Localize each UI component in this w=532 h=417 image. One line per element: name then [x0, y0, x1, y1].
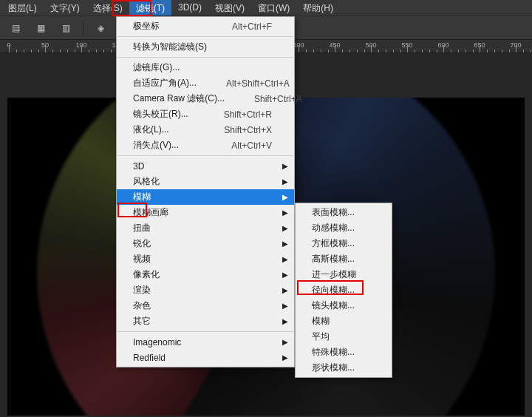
filter-menu-item[interactable]: 杂色▶: [117, 298, 294, 313]
ruler-subtick: [415, 50, 415, 52]
ruler-subtick: [400, 50, 401, 52]
blur-submenu-item[interactable]: 高斯模糊...: [296, 251, 392, 267]
ruler-subtick: [111, 50, 112, 52]
filter-menu-item[interactable]: 风格化▶: [117, 174, 294, 189]
filter-menu-item[interactable]: 视频▶: [117, 251, 294, 267]
menu-item-label: 其它: [133, 315, 151, 328]
filter-menu-item[interactable]: Redfield▶: [117, 350, 294, 365]
menu-separator: [117, 155, 293, 156]
filter-menu-item[interactable]: 极坐标Alt+Ctrl+F: [117, 18, 294, 34]
menu-item-6[interactable]: 窗口(W): [251, 0, 296, 16]
menu-item-7[interactable]: 帮助(H): [296, 0, 340, 16]
ruler-subtick: [429, 50, 430, 52]
menu-item-label: 扭曲: [133, 222, 151, 234]
blur-submenu-item[interactable]: 形状模糊...: [296, 360, 392, 376]
ruler-subtick: [494, 50, 495, 52]
menu-item-label: 径向模糊...: [312, 284, 355, 296]
ruler-label: 600: [437, 41, 449, 49]
align-center-icon[interactable]: ▦: [33, 20, 49, 36]
ruler-subtick: [321, 50, 321, 52]
menu-item-shortcut: Alt+Ctrl+F: [202, 21, 272, 32]
blur-submenu: 表面模糊...动感模糊...方框模糊...高斯模糊...进一步模糊径向模糊...…: [295, 203, 392, 378]
align-left-icon[interactable]: ▤: [7, 20, 24, 36]
3d-icon[interactable]: ◈: [92, 20, 109, 36]
menu-item-label: 动感模糊...: [312, 222, 355, 234]
menu-separator: [117, 57, 293, 58]
blur-submenu-item[interactable]: 进一步模糊: [296, 267, 392, 282]
menu-item-shortcut: Alt+Ctrl+V: [202, 140, 272, 151]
blur-submenu-item[interactable]: 模糊: [296, 313, 392, 329]
ruler-subtick: [24, 50, 24, 52]
menu-item-label: 渲染: [133, 284, 151, 296]
blur-submenu-item[interactable]: 表面模糊...: [296, 205, 392, 220]
menu-item-label: 锐化: [133, 237, 151, 250]
filter-menu-item[interactable]: 模糊画廊▶: [117, 205, 294, 220]
menu-item-3[interactable]: 滤镜(T): [129, 0, 171, 16]
filter-menu-item[interactable]: 消失点(V)...Alt+Ctrl+V: [117, 138, 294, 153]
filter-menu-item[interactable]: 自适应广角(A)...Alt+Shift+Ctrl+A: [117, 75, 294, 91]
submenu-arrow-icon: ▶: [282, 224, 288, 232]
blur-submenu-item[interactable]: 径向模糊...: [296, 282, 392, 298]
filter-menu-item[interactable]: 像素化▶: [117, 267, 294, 282]
menu-item-2[interactable]: 选择(S): [86, 0, 129, 16]
ruler-label: 700: [510, 41, 521, 49]
align-right-icon[interactable]: ▥: [58, 20, 74, 36]
filter-menu-item[interactable]: 镜头校正(R)...Shift+Ctrl+R: [117, 106, 294, 122]
ruler-subtick: [378, 50, 379, 52]
menu-item-5[interactable]: 视图(V): [208, 0, 251, 16]
menu-separator: [117, 331, 293, 332]
filter-menu-dropdown: 极坐标Alt+Ctrl+F转换为智能滤镜(S)滤镜库(G)...自适应广角(A)…: [116, 16, 295, 367]
menu-item-label: 模糊画廊: [133, 206, 168, 219]
ruler-subtick: [509, 50, 510, 52]
menu-item-label: 镜头校正(R)...: [133, 108, 188, 121]
filter-menu-item[interactable]: 3D▶: [117, 158, 294, 174]
filter-menu-item[interactable]: 锐化▶: [117, 236, 294, 251]
menu-item-label: Camera Raw 滤镜(C)...: [133, 92, 225, 105]
filter-menu-item[interactable]: Camera Raw 滤镜(C)...Shift+Ctrl+A: [117, 91, 294, 106]
blur-submenu-item[interactable]: 动感模糊...: [296, 220, 392, 236]
ruler-label: 500: [365, 41, 376, 49]
filter-menu-item[interactable]: 扭曲▶: [117, 220, 294, 236]
filter-menu-item[interactable]: 模糊▶: [117, 189, 294, 205]
menu-item-4[interactable]: 3D(D): [171, 0, 208, 16]
ruler-subtick: [306, 50, 307, 52]
menu-separator: [117, 36, 293, 37]
submenu-arrow-icon: ▶: [282, 353, 288, 362]
filter-menu-item[interactable]: 滤镜库(G)...: [117, 60, 294, 75]
menu-item-label: 转换为智能滤镜(S): [133, 41, 207, 53]
filter-menu-item[interactable]: 转换为智能滤镜(S): [117, 39, 294, 55]
ruler-subtick: [502, 50, 502, 52]
menu-item-0[interactable]: 图层(L): [1, 0, 44, 16]
ruler-subtick: [422, 50, 423, 52]
ruler-subtick: [67, 50, 68, 52]
filter-menu-item[interactable]: 液化(L)...Shift+Ctrl+X: [117, 122, 294, 138]
blur-submenu-item[interactable]: 特殊模糊...: [296, 345, 392, 360]
filter-menu-item[interactable]: 其它▶: [117, 313, 294, 329]
blur-submenu-item[interactable]: 平均: [296, 329, 392, 345]
menu-item-1[interactable]: 文字(Y): [44, 0, 86, 16]
ruler-subtick: [386, 50, 386, 52]
menu-item-label: 风格化: [133, 175, 160, 188]
ruler-subtick: [96, 50, 97, 52]
filter-menu-item[interactable]: Imagenomic▶: [117, 334, 294, 350]
ruler-label: 0: [7, 41, 10, 49]
menu-item-label: 3D: [133, 161, 144, 172]
menu-item-label: 滤镜库(G)...: [133, 61, 180, 74]
blur-submenu-item[interactable]: 方框模糊...: [296, 236, 392, 251]
toolbar-separator: [83, 21, 83, 35]
menu-item-label: 特殊模糊...: [312, 346, 355, 359]
ruler-subtick: [451, 50, 451, 52]
blur-submenu-item[interactable]: 镜头模糊...: [296, 298, 392, 313]
submenu-arrow-icon: ▶: [282, 255, 288, 263]
ruler-subtick: [89, 50, 89, 52]
submenu-arrow-icon: ▶: [282, 193, 288, 201]
ruler-label: 100: [75, 41, 86, 49]
menu-item-label: 极坐标: [133, 20, 160, 33]
menu-item-shortcut: Alt+Shift+Ctrl+A: [197, 78, 290, 89]
menu-item-label: 液化(L)...: [133, 123, 169, 136]
menu-item-label: 平均: [312, 330, 330, 343]
ruler-subtick: [16, 50, 17, 52]
menu-item-shortcut: Shift+Ctrl+A: [225, 94, 302, 104]
filter-menu-item[interactable]: 渲染▶: [117, 282, 294, 298]
menu-item-label: 方框模糊...: [312, 237, 355, 250]
